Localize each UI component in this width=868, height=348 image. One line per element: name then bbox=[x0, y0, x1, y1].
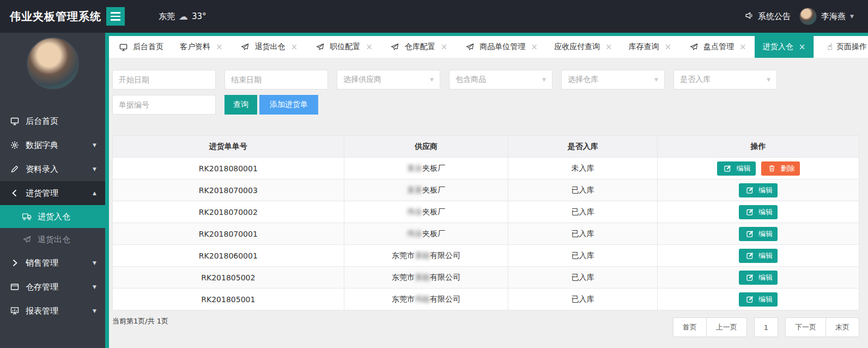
trash-icon bbox=[766, 165, 778, 172]
close-icon[interactable]: × bbox=[366, 42, 373, 52]
supplier-cell: 东莞市某能有限公司 bbox=[344, 267, 508, 289]
pagination-next-button[interactable]: 下一页 bbox=[785, 317, 826, 337]
close-icon[interactable]: × bbox=[291, 42, 298, 52]
supplier-censored-text: 某能 bbox=[415, 273, 430, 281]
monitor-icon bbox=[9, 117, 21, 125]
column-header: 供应商 bbox=[344, 136, 508, 158]
pagination-prev-button[interactable]: 上一页 bbox=[706, 317, 747, 337]
close-icon[interactable]: × bbox=[441, 42, 448, 52]
sidebar-item-2[interactable]: 数据字典▼ bbox=[0, 133, 105, 157]
edit-icon bbox=[744, 274, 756, 281]
supplier-cell: 东莞市伟能有限公司 bbox=[344, 289, 508, 310]
actions-cell: 编辑 bbox=[658, 289, 859, 310]
edit-button[interactable]: 编辑 bbox=[739, 292, 778, 307]
tab-3[interactable]: 退货出仓× bbox=[231, 36, 306, 58]
goods-select[interactable]: 包含商品 ▼ bbox=[449, 70, 553, 89]
user-menu[interactable]: 李海燕 ▼ bbox=[799, 8, 854, 25]
tab-4[interactable]: 职位配置× bbox=[306, 36, 381, 58]
tab-2[interactable]: 客户资料× bbox=[172, 36, 231, 58]
tab-label: 退货出仓 bbox=[255, 42, 286, 52]
start-date-input[interactable] bbox=[112, 70, 216, 89]
close-icon[interactable]: × bbox=[799, 42, 806, 52]
actions-cell: 编辑 bbox=[658, 201, 859, 223]
tab-10[interactable]: 进货入仓× bbox=[755, 33, 814, 58]
pagination-last-button[interactable]: 末页 bbox=[825, 317, 859, 337]
speaker-icon bbox=[745, 11, 754, 22]
tab-6[interactable]: 商品单位管理× bbox=[456, 36, 546, 58]
order-no-cell: RK201805001 bbox=[113, 289, 344, 310]
tab-8[interactable]: 库存查询× bbox=[620, 36, 679, 58]
pagination-first-button[interactable]: 首页 bbox=[673, 317, 707, 337]
delete-button[interactable]: 删除 bbox=[761, 161, 800, 176]
tab-1[interactable]: 后台首页 bbox=[109, 36, 172, 58]
supplier-cell: 伟业夹板厂 bbox=[344, 201, 508, 223]
monitor-icon bbox=[117, 43, 129, 51]
edit-button[interactable]: 编辑 bbox=[739, 271, 778, 285]
query-button[interactable]: 查询 bbox=[224, 95, 257, 115]
order-no-cell: RK2018070003 bbox=[113, 179, 344, 201]
sidebar-item-1[interactable]: 后台首页 bbox=[0, 109, 105, 133]
caret-down-icon: ▼ bbox=[93, 166, 96, 172]
edit-icon bbox=[744, 296, 756, 303]
sidebar-item-label: 后台首页 bbox=[26, 116, 58, 127]
sidebar-item-7[interactable]: 报表管理▼ bbox=[0, 299, 105, 323]
add-purchase-order-button[interactable]: 添加进货单 bbox=[259, 95, 318, 115]
doc-no-input[interactable] bbox=[112, 95, 216, 115]
edit-button[interactable]: 编辑 bbox=[739, 205, 778, 219]
edit-icon bbox=[744, 208, 756, 215]
avatar bbox=[799, 8, 817, 25]
supplier-censored-text: 伟业 bbox=[407, 229, 422, 238]
status-cell: 已入库 bbox=[508, 179, 658, 201]
top-header: 伟业夹板管理系统 东莞 ☁ 33° 系统公告 李海燕 ▼ bbox=[0, 0, 868, 33]
table-row: RK2018060001东莞市某能有限公司已入库编辑 bbox=[113, 245, 859, 267]
sidebar-item-6[interactable]: 仓存管理▼ bbox=[0, 275, 105, 299]
edit-button[interactable]: 编辑 bbox=[739, 183, 778, 197]
table-body: RK2018080001某业夹板厂未入库编辑删除RK2018070003某某夹板… bbox=[113, 158, 859, 310]
hamburger-menu-icon[interactable] bbox=[106, 7, 125, 26]
instock-select[interactable]: 是否入库 ▼ bbox=[673, 70, 777, 89]
edit-button[interactable]: 编辑 bbox=[717, 161, 756, 176]
tab-label: 盘点管理 bbox=[703, 42, 734, 52]
status-cell: 已入库 bbox=[508, 201, 658, 223]
caret-down-icon: ▼ bbox=[93, 260, 96, 266]
tab-label: 应收应付查询 bbox=[554, 42, 600, 52]
edit-button[interactable]: 编辑 bbox=[739, 249, 778, 263]
page-actions-button[interactable]: ☝ 页面操作 ▼ bbox=[814, 36, 868, 58]
tab-label: 客户资料 bbox=[180, 42, 210, 52]
app-title: 伟业夹板管理系统 bbox=[0, 9, 105, 24]
edit-button[interactable]: 编辑 bbox=[739, 227, 778, 241]
close-icon[interactable]: × bbox=[605, 42, 612, 52]
sidebar-item-3[interactable]: 资料录入▼ bbox=[0, 157, 105, 181]
caret-down-icon: ▼ bbox=[93, 142, 96, 148]
paper-plane-icon bbox=[21, 236, 33, 244]
announcement-label: 系统公告 bbox=[758, 11, 791, 22]
close-icon[interactable]: × bbox=[531, 42, 538, 52]
pagination-current-page[interactable]: 1 bbox=[754, 317, 778, 337]
end-date-input[interactable] bbox=[224, 70, 328, 89]
sidebar-item-4[interactable]: 进货管理▲ bbox=[0, 181, 105, 205]
supplier-select[interactable]: 选择供应商 ▼ bbox=[337, 70, 440, 89]
sidebar-subitem-label: 进货入仓 bbox=[38, 212, 70, 222]
warehouse-select[interactable]: 选择仓库 ▼ bbox=[561, 70, 665, 89]
tab-9[interactable]: 盘点管理× bbox=[679, 36, 755, 58]
filter-panel: 选择供应商 ▼ 包含商品 ▼ 选择仓库 ▼ 是否入库 ▼ 查询 bbox=[109, 58, 868, 120]
table-footer: 当前第1页/共 1页 首页上一页1下一页末页 bbox=[109, 310, 868, 337]
column-header: 是否入库 bbox=[508, 136, 658, 158]
sidebar-item-5[interactable]: 销售管理▼ bbox=[0, 251, 105, 275]
paper-plane-icon bbox=[314, 43, 326, 51]
table-row: RK2018070001伟业夹板厂已入库编辑 bbox=[113, 223, 859, 245]
system-announcement-button[interactable]: 系统公告 bbox=[745, 11, 791, 22]
order-no-cell: RK2018080001 bbox=[113, 158, 344, 179]
close-icon[interactable]: × bbox=[216, 42, 223, 52]
close-icon[interactable]: × bbox=[739, 42, 746, 52]
supplier-text: 夹板厂 bbox=[422, 164, 445, 172]
status-cell: 未入库 bbox=[508, 158, 658, 179]
weather-city: 东莞 bbox=[159, 11, 175, 22]
sidebar-subitem-4-2[interactable]: 退货出仓 bbox=[0, 228, 105, 251]
sidebar-subitem-4-1[interactable]: 进货入仓 bbox=[0, 205, 105, 228]
tab-7[interactable]: 应收应付查询× bbox=[546, 36, 621, 58]
supplier-cell: 某业夹板厂 bbox=[344, 158, 508, 179]
supplier-cell: 某某夹板厂 bbox=[344, 179, 508, 201]
close-icon[interactable]: × bbox=[664, 42, 671, 52]
tab-5[interactable]: 仓库配置× bbox=[381, 36, 456, 58]
